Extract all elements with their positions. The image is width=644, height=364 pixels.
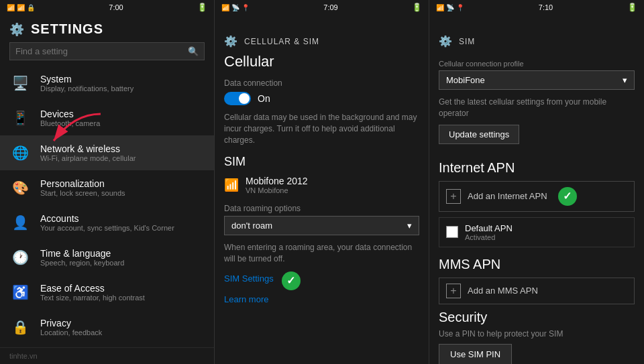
- chevron-down-icon: ▾: [407, 221, 412, 231]
- sidebar-item-update[interactable]: 🔄 Update & security Backup, Find My Phon…: [0, 345, 214, 347]
- default-apn-label: Default APN: [465, 223, 513, 233]
- accounts-icon: 👤: [9, 212, 31, 233]
- settings-panel: 📶 📶 🔒 7:00 🔋 ⚙️ SETTINGS 🔍 🖥️ System: [0, 0, 215, 364]
- location-icon: 📍: [241, 4, 250, 11]
- add-internet-apn-row[interactable]: + Add an Internet APN ✓: [439, 181, 635, 212]
- wifi-icon: 📡: [231, 4, 239, 11]
- status-icons-3: 📶 📡 📍: [436, 4, 464, 11]
- learn-more-link[interactable]: Learn more: [224, 294, 419, 304]
- sim-signal-icon: 📶: [224, 178, 239, 192]
- toggle-knob: [239, 93, 250, 104]
- clock-3: 7:10: [539, 3, 553, 11]
- accounts-sub: Your account, sync settings, Kid's Corne…: [40, 224, 174, 232]
- clock-1: 7:00: [109, 3, 123, 11]
- default-apn-checkbox[interactable]: [446, 226, 458, 238]
- data-connection-toggle[interactable]: [224, 92, 251, 105]
- signal-icon-2: 📶: [17, 4, 25, 11]
- cellular-gear-icon: ⚙️: [224, 35, 237, 48]
- sidebar-item-ease[interactable]: ♿ Ease of Access Text size, narrator, hi…: [0, 275, 214, 310]
- search-box[interactable]: 🔍: [9, 42, 205, 60]
- privacy-sub: Location, feedback: [40, 328, 102, 337]
- accounts-label: Accounts: [40, 213, 174, 224]
- time-sub: Speech, region, keyboard: [40, 259, 124, 267]
- personalization-sub: Start, lock screen, sounds: [40, 189, 125, 197]
- sim-settings-link[interactable]: SIM Settings: [224, 274, 274, 284]
- add-mms-apn-label: Add an MMS APN: [468, 286, 538, 296]
- network-icon: 🌐: [9, 142, 31, 164]
- lock-icon: 🔒: [27, 4, 35, 11]
- add-mms-apn-row[interactable]: + Add an MMS APN: [439, 278, 635, 304]
- sim-header: ⚙️ SIM: [429, 15, 644, 53]
- data-connection-toggle-row: On: [224, 92, 419, 105]
- signal-icon-4: 📶: [436, 4, 444, 11]
- ease-label: Ease of Access: [40, 283, 145, 294]
- settings-title: SETTINGS: [31, 21, 103, 37]
- status-icons-left: 📶 📶 🔒: [7, 4, 35, 11]
- search-icon: 🔍: [188, 46, 199, 56]
- add-mms-apn-icon: +: [446, 284, 461, 298]
- sidebar-item-time[interactable]: 🕐 Time & language Speech, region, keyboa…: [0, 240, 214, 275]
- toggle-state: On: [258, 93, 270, 104]
- signal-icon-1: 📶: [7, 4, 15, 11]
- sidebar-item-personalization[interactable]: 🎨 Personalization Start, lock screen, so…: [0, 170, 214, 205]
- use-sim-pin-button[interactable]: Use SIM PIN: [439, 344, 512, 364]
- system-label: System: [40, 74, 133, 84]
- system-icon: 🖥️: [9, 72, 31, 94]
- add-internet-apn-label: Add an Internet APN: [468, 191, 547, 201]
- roaming-info: When entering a roaming area, your data …: [224, 242, 419, 265]
- location-icon-2: 📍: [456, 4, 464, 11]
- update-settings-button[interactable]: Update settings: [439, 125, 519, 144]
- data-connection-label: Data connection: [224, 78, 419, 88]
- sidebar-item-system[interactable]: 🖥️ System Display, notifications, batter…: [0, 66, 214, 101]
- update-info-text: Get the latest cellular settings from yo…: [439, 97, 635, 119]
- cellular-info-text: Cellular data may be used in the backgro…: [224, 112, 419, 145]
- connection-profile-dropdown[interactable]: MobiFone ▾: [439, 70, 635, 90]
- add-internet-apn-check-badge: ✓: [558, 187, 577, 206]
- time-icon: 🕐: [9, 247, 31, 268]
- settings-gear-icon: ⚙️: [9, 22, 24, 37]
- wifi-icon-2: 📡: [446, 4, 454, 11]
- ease-sub: Text size, narrator, high contrast: [40, 294, 145, 302]
- roaming-value: don't roam: [231, 221, 272, 231]
- sim-panel: 📶 📡 📍 7:10 🔋 ⚙️ SIM Cellular connection …: [429, 0, 644, 364]
- add-internet-apn-icon: +: [446, 189, 461, 204]
- signal-icon-3: 📶: [221, 4, 229, 11]
- cellular-content: Cellular Data connection On Cellular dat…: [215, 53, 429, 364]
- cellular-heading: Cellular: [224, 53, 419, 70]
- sidebar-item-privacy[interactable]: 🔒 Privacy Location, feedback: [0, 310, 214, 345]
- clock-2: 7:09: [323, 3, 337, 11]
- network-sub: Wi-Fi, airplane mode, cellular: [40, 154, 136, 162]
- status-bar-1: 📶 📶 🔒 7:00 🔋: [0, 0, 214, 15]
- settings-header: ⚙️ SETTINGS: [0, 15, 214, 42]
- cellular-header: ⚙️ CELLULAR & SIM: [215, 15, 429, 53]
- sim-section-heading: SIM: [224, 155, 419, 169]
- personalization-icon: 🎨: [9, 177, 31, 198]
- sim-info-row: 📶 Mobifone 2012 VN Mobifone: [224, 176, 419, 194]
- battery-icon-3: 🔋: [627, 3, 637, 12]
- settings-list: 🖥️ System Display, notifications, batter…: [0, 66, 214, 347]
- roaming-select[interactable]: don't roam ▾: [224, 216, 419, 235]
- internet-apn-heading: Internet APN: [439, 160, 635, 176]
- security-heading: Security: [439, 310, 635, 325]
- connection-profile-value: MobiFone: [446, 75, 485, 85]
- status-bar-2: 📶 📡 📍 7:09 🔋: [215, 0, 429, 15]
- mms-apn-heading: MMS APN: [439, 257, 635, 272]
- watermark: tinhte.vn: [0, 347, 214, 364]
- security-info-text: Use a PIN to help protect your SIM: [439, 329, 635, 339]
- battery-icon-1: 🔋: [197, 3, 207, 12]
- time-label: Time & language: [40, 248, 124, 259]
- roaming-label: Data roaming options: [224, 204, 419, 213]
- sim-settings-check-badge: ✓: [282, 271, 301, 290]
- connection-profile-label: Cellular connection profile: [439, 60, 635, 68]
- sim-header-title: SIM: [459, 37, 475, 46]
- cellular-panel: 📶 📡 📍 7:09 🔋 ⚙️ CELLULAR & SIM Cellular …: [215, 0, 429, 364]
- battery-icon-2: 🔋: [412, 3, 422, 12]
- arrow-annotation: [40, 111, 107, 154]
- sim-name: Mobifone 2012: [246, 176, 308, 186]
- default-apn-row: Default APN Activated: [439, 217, 635, 247]
- system-sub: Display, notifications, battery: [40, 84, 133, 93]
- search-input[interactable]: [15, 46, 184, 56]
- default-apn-sub: Activated: [465, 233, 513, 241]
- sidebar-item-accounts[interactable]: 👤 Accounts Your account, sync settings, …: [0, 205, 214, 240]
- ease-icon: ♿: [9, 282, 31, 303]
